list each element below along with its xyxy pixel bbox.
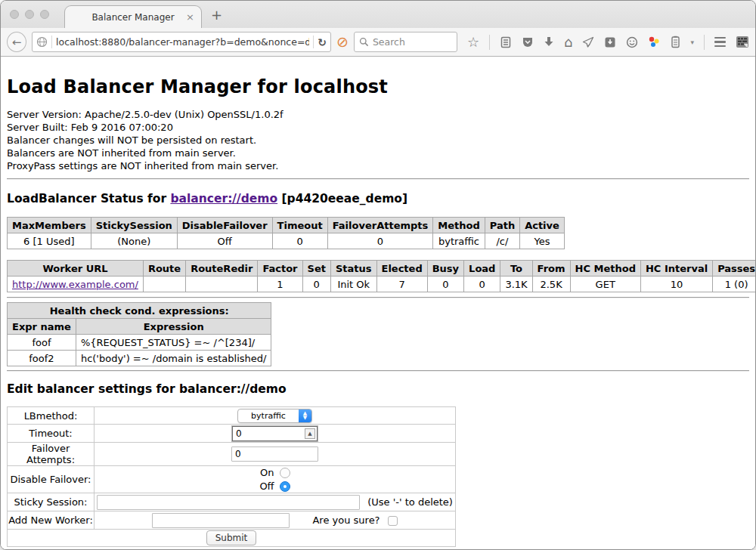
lbmethod-cell: bytraffic ▲▼ (94, 407, 456, 425)
table-row: 6 [1 Used] (None) Off 0 0 bytraffic /c/ … (8, 233, 565, 249)
toolbar-icons: ☆ ⌂ (467, 35, 749, 50)
window-controls (10, 10, 49, 19)
section-divider (7, 178, 749, 180)
col-from: From (532, 261, 570, 277)
add-worker-cell: Are you sure? (94, 511, 456, 530)
section-divider (7, 370, 749, 372)
new-tab-button[interactable]: + (211, 7, 222, 23)
server-version-line: Server Version: Apache/2.5.0-dev (Unix) … (7, 108, 749, 121)
col-busy: Busy (427, 261, 463, 277)
form-row-sticky-session: Sticky Session: (Use '-' to delete) (8, 493, 456, 511)
worker-status-table: Worker URL Route RouteRedir Factor Set S… (7, 260, 756, 292)
radio-off[interactable] (280, 481, 290, 492)
are-you-sure-checkbox[interactable] (388, 516, 398, 526)
zoom-window-button[interactable] (40, 10, 49, 19)
col-worker-url: Worker URL (8, 261, 144, 277)
add-worker-input[interactable] (152, 513, 290, 528)
select-stepper-icon: ▲▼ (299, 409, 311, 422)
form-row-timeout: Timeout: ▲ (8, 425, 456, 443)
radio-on-label: On (260, 467, 274, 478)
col-to: To (500, 261, 532, 277)
cell-elected: 7 (376, 277, 427, 292)
tab-balancer-manager[interactable]: Balancer Manager × (64, 5, 202, 28)
content-blocked-icon[interactable]: ⊘ (336, 35, 349, 49)
tab-title: Balancer Manager (91, 12, 174, 23)
submit-cell: Submit (8, 530, 456, 547)
status-heading-suffix: [p4420eeae_demo] (277, 192, 407, 205)
cell-routeredir (186, 277, 258, 292)
col-timeout: Timeout (272, 218, 327, 233)
cell-stickysession: (None) (91, 233, 177, 249)
urlbar-divider (51, 36, 52, 48)
lbmethod-selected-value: bytraffic (238, 411, 299, 421)
pocket-icon[interactable] (522, 36, 534, 48)
toolbar-separator (704, 35, 705, 50)
cell-busy: 0 (427, 277, 463, 292)
cell-passes: 1 (0) (713, 277, 756, 292)
search-placeholder: Search (373, 36, 405, 48)
are-you-sure-label: Are you sure? (312, 514, 380, 526)
col-active: Active (520, 218, 565, 233)
home-icon[interactable]: ⌂ (564, 36, 572, 49)
cell-to: 3.1K (500, 277, 532, 292)
url-bar[interactable]: localhost:8880/balancer-manager?b=demo&n… (32, 32, 331, 52)
colored-dots-extension-icon[interactable] (648, 36, 661, 48)
back-button[interactable]: ← (7, 32, 26, 52)
save-to-device-icon[interactable] (604, 36, 616, 48)
lbmethod-select[interactable]: bytraffic ▲▼ (237, 409, 312, 423)
navigation-toolbar: ← localhost:8880/balancer-manager?b=demo… (1, 28, 755, 57)
table-row: http://www.example.com/ 1 0 Init Ok 7 0 … (8, 277, 756, 292)
table-row: foof %{REQUEST_STATUS} =~ /^[234]/ (8, 335, 271, 351)
grid-extension-icon[interactable] (736, 36, 749, 48)
downloads-icon[interactable] (544, 36, 554, 48)
loadbalancer-status-heading: LoadBalancer Status for balancer://demo … (7, 192, 749, 205)
balancer-demo-link[interactable]: balancer://demo (170, 192, 277, 205)
submit-button[interactable]: Submit (206, 530, 257, 545)
bookmark-star-icon[interactable]: ☆ (467, 36, 479, 49)
col-hc-method: HC Method (570, 261, 640, 277)
col-failoverattempts: FailoverAttempts (327, 218, 433, 233)
urlbar-divider (313, 36, 314, 48)
minimize-window-button[interactable] (25, 10, 34, 19)
balancer-status-table: MaxMembers StickySession DisableFailover… (7, 217, 565, 249)
feedback-smiley-icon[interactable] (626, 36, 638, 48)
battery-extension-icon[interactable] (671, 36, 680, 48)
tab-bar: Balancer Manager × + (1, 1, 755, 28)
cell-set: 0 (302, 277, 330, 292)
close-window-button[interactable] (10, 10, 19, 19)
cell-expr-name: foof (8, 335, 76, 351)
health-check-table: Health check cond. expressions: Expr nam… (7, 302, 271, 366)
col-expression: Expression (76, 319, 271, 335)
inherit-note-line: Balancers are NOT inherited from main se… (7, 147, 749, 159)
globe-icon (36, 36, 48, 48)
server-info: Server Version: Apache/2.5.0-dev (Unix) … (7, 108, 749, 172)
form-row-failover-attempts: Failover Attempts: (8, 443, 456, 466)
cell-expression: hc('body') =~ /domain is established/ (76, 351, 271, 366)
edit-settings-heading: Edit balancer settings for balancer://de… (7, 382, 749, 396)
cell-method: bytraffic (433, 233, 485, 249)
table-title-row: Health check cond. expressions: (8, 303, 271, 319)
disable-failover-label: Disable Failover: (8, 466, 94, 493)
send-plane-icon[interactable] (582, 36, 594, 48)
reload-icon[interactable]: ↻ (318, 36, 327, 48)
url-text[interactable]: localhost:8880/balancer-manager?b=demo&n… (56, 36, 309, 48)
reading-list-icon[interactable] (500, 36, 512, 48)
tab-close-icon[interactable]: × (186, 11, 194, 23)
search-bar[interactable]: Search (354, 32, 457, 52)
worker-url-link[interactable]: http://www.example.com/ (12, 279, 138, 290)
cell-expr-name: foof2 (8, 351, 76, 366)
status-heading-prefix: LoadBalancer Status for (7, 192, 170, 205)
menu-hamburger-icon[interactable] (714, 37, 726, 48)
number-spinner-icon[interactable]: ▲ (305, 428, 315, 439)
form-row-disable-failover: Disable Failover: On Off (8, 466, 456, 493)
col-routeredir: RouteRedir (186, 261, 258, 277)
failover-attempts-input[interactable] (231, 446, 318, 462)
timeout-cell: ▲ (94, 425, 456, 443)
browser-window: Balancer Manager × + ← localhost:8880/ba… (0, 0, 756, 550)
sticky-session-input[interactable] (97, 495, 360, 510)
timeout-label: Timeout: (8, 425, 94, 443)
chevron-down-icon[interactable]: ▾ (690, 39, 694, 46)
cell-worker-url: http://www.example.com/ (8, 277, 144, 292)
radio-on[interactable] (280, 468, 290, 478)
failover-attempts-cell (94, 443, 456, 466)
